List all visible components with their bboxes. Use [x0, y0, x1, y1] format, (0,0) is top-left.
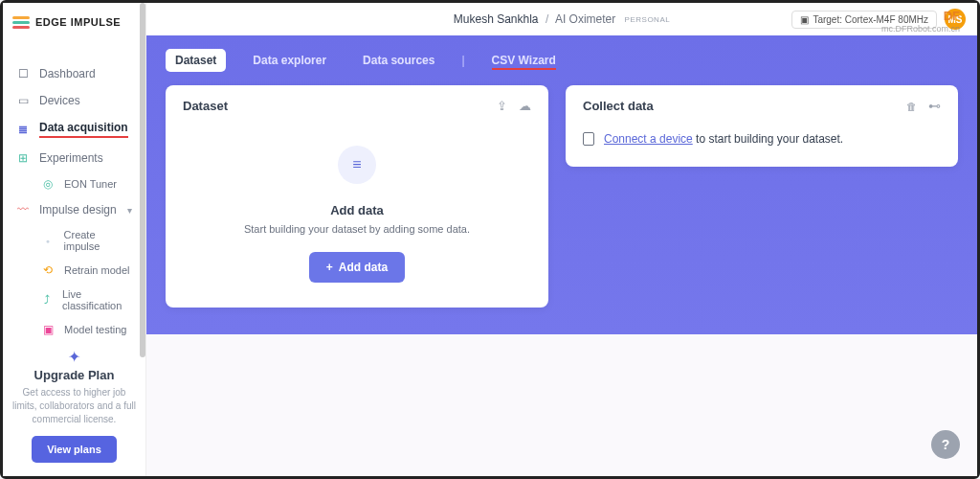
collect-card-title: Collect data: [583, 99, 654, 113]
devices-icon: [16, 94, 30, 107]
breadcrumb-user[interactable]: Mukesh Sankhla: [454, 12, 539, 26]
nav: Dashboard Devices Data acquisition Exper…: [3, 41, 145, 338]
add-data-button[interactable]: +Add data: [309, 252, 405, 283]
database-icon: ≡: [338, 146, 376, 184]
retrain-icon: [41, 263, 55, 277]
purple-band: Dataset Data explorer Data sources | CSV…: [146, 35, 977, 334]
sidebar-item-label: Retrain model: [64, 264, 129, 276]
add-data-label: Add data: [339, 261, 388, 274]
dataset-desc: Start building your dataset by adding so…: [189, 223, 525, 235]
star-icon: ✦: [11, 348, 138, 366]
dataset-card: Dataset ≡ Add data Start building your d…: [166, 85, 548, 308]
chip-icon: ▣: [800, 14, 809, 25]
sidebar-item-label: Create impulse: [64, 229, 132, 252]
sidebar: EDGE IMPULSE Dashboard Devices Data acqu…: [3, 3, 146, 476]
target-button[interactable]: ▣Target: Cortex-M4F 80MHz: [791, 11, 937, 29]
main: Mukesh Sankhla / AI Oximeter PERSONAL ▣T…: [146, 3, 977, 476]
sidebar-item-label: Devices: [39, 94, 80, 107]
logo-text: EDGE IMPULSE: [35, 16, 121, 28]
upgrade-title: Upgrade Plan: [11, 368, 138, 382]
live-icon: [41, 293, 53, 307]
sidebar-item-impulse-design[interactable]: Impulse design▾: [3, 196, 145, 223]
connect-device-link[interactable]: Connect a device: [604, 132, 693, 146]
tabs: Dataset Data explorer Data sources | CSV…: [166, 49, 958, 72]
tab-csv-wizard-label: CSV Wizard: [492, 54, 556, 70]
device-icon: [583, 132, 594, 146]
usb-icon[interactable]: [928, 99, 941, 113]
sidebar-item-label: Model testing: [64, 324, 126, 335]
view-plans-button[interactable]: View plans: [32, 436, 117, 463]
breadcrumb-project[interactable]: AI Oximeter: [555, 12, 615, 26]
help-button[interactable]: ?: [931, 430, 960, 459]
sidebar-item-label: Experiments: [39, 151, 103, 165]
experiments-icon: [16, 151, 30, 165]
sidebar-item-dashboard[interactable]: Dashboard: [3, 60, 145, 87]
sidebar-item-experiments[interactable]: Experiments: [3, 145, 145, 171]
sidebar-scrollbar[interactable]: [140, 3, 145, 357]
tab-separator: |: [461, 54, 464, 67]
upload-icon[interactable]: [497, 99, 507, 113]
collect-suffix: to start building your dataset.: [693, 132, 843, 146]
data-icon: [16, 123, 30, 136]
collect-text: Connect a device to start building your …: [604, 132, 843, 146]
trash-icon[interactable]: [906, 99, 917, 113]
cloud-icon[interactable]: [519, 99, 531, 113]
upgrade-panel: ✦ Upgrade Plan Get access to higher job …: [3, 338, 145, 476]
sidebar-item-model-testing[interactable]: Model testing: [32, 317, 145, 338]
testing-icon: [41, 323, 55, 336]
tab-dataset[interactable]: Dataset: [166, 49, 226, 72]
sidebar-item-label: Dashboard: [39, 67, 96, 80]
tab-data-explorer[interactable]: Data explorer: [243, 49, 336, 72]
chevron-down-icon: ▾: [127, 205, 132, 216]
sidebar-item-retrain-model[interactable]: Retrain model: [32, 258, 145, 283]
sidebar-item-create-impulse[interactable]: Create impulse: [32, 223, 145, 258]
upgrade-desc: Get access to higher job limits, collabo…: [11, 386, 138, 426]
sidebar-item-label: Live classification: [62, 288, 132, 311]
collect-data-card: Collect data Connect a device to start b…: [566, 85, 958, 167]
avatar[interactable]: MS: [945, 9, 966, 30]
dashboard-icon: [16, 67, 30, 80]
sidebar-item-data-acquisition[interactable]: Data acquisition: [3, 114, 145, 145]
sidebar-item-devices[interactable]: Devices: [3, 87, 145, 114]
breadcrumb-sep: /: [546, 12, 548, 26]
tab-data-sources[interactable]: Data sources: [353, 49, 444, 72]
impulse-icon: [16, 203, 30, 217]
dataset-heading: Add data: [189, 203, 525, 217]
topbar: Mukesh Sankhla / AI Oximeter PERSONAL ▣T…: [146, 3, 977, 35]
target-label: Target: Cortex-M4F 80MHz: [813, 14, 928, 25]
dataset-card-title: Dataset: [183, 99, 228, 113]
tab-csv-wizard[interactable]: CSV Wizard: [482, 49, 566, 72]
sidebar-item-live-classification[interactable]: Live classification: [32, 283, 145, 317]
eon-icon: [41, 177, 55, 191]
logo-icon: [12, 14, 32, 30]
breadcrumb: Mukesh Sankhla / AI Oximeter PERSONAL: [454, 12, 670, 26]
sidebar-item-eon-tuner[interactable]: EON Tuner: [32, 171, 145, 196]
logo[interactable]: EDGE IMPULSE: [3, 3, 145, 41]
plus-icon: +: [326, 261, 333, 274]
sidebar-item-label: EON Tuner: [64, 178, 117, 190]
sidebar-item-label: Impulse design: [39, 203, 117, 217]
sidebar-item-label: Data acquisition: [39, 121, 128, 138]
personal-badge: PERSONAL: [625, 15, 671, 24]
dot-icon: [41, 234, 55, 247]
